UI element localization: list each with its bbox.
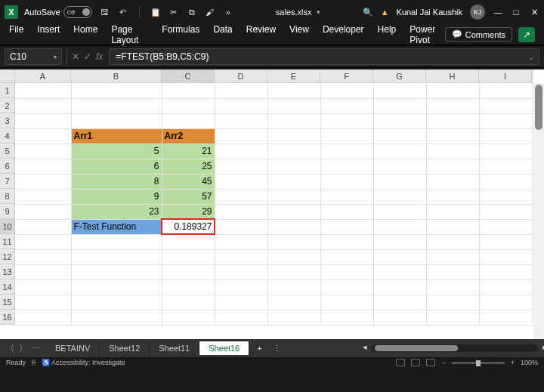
autosave-toggle[interactable]: Off [63,6,92,18]
username-label[interactable]: Kunal Jai Kaushik [397,8,462,17]
cell-C6: 25 [162,159,215,174]
maximize-button[interactable]: □ [511,7,521,17]
sheet-nav-more-icon[interactable]: ⋯ [32,344,40,353]
sheet-nav-next-icon[interactable]: 〉 [19,343,27,354]
tab-view[interactable]: View [289,24,309,45]
comment-icon: 💬 [452,29,462,39]
col-header-G[interactable]: G [373,69,426,82]
row-header[interactable]: 14 [0,279,14,295]
row-header[interactable]: 6 [0,159,14,174]
hscroll-left-icon[interactable]: ◂ [363,342,367,352]
sheet-tab[interactable]: BETAINV [46,341,100,355]
enter-formula-icon[interactable]: ✓ [84,51,91,62]
tab-data[interactable]: Data [213,24,232,45]
sheet-tab[interactable]: Sheet12 [100,341,150,355]
row-header[interactable]: 3 [0,113,14,128]
expand-formula-icon[interactable]: ⌄ [528,53,534,61]
tab-insert[interactable]: Insert [37,24,60,45]
sheet-tabs-divider: ⋮ [270,344,284,353]
status-sep: ⎘ [32,359,36,366]
fx-icon[interactable]: fx [96,51,103,62]
minimize-button[interactable]: — [493,7,503,17]
sheet-nav-prev-icon[interactable]: 〈 [6,343,14,354]
view-normal-icon[interactable] [396,359,405,366]
select-all-corner[interactable] [0,69,15,83]
add-sheet-button[interactable]: + [249,344,269,353]
zoom-in-button[interactable]: + [511,359,515,366]
col-header-I[interactable]: I [479,69,532,82]
search-icon[interactable]: 🔍 [363,8,373,17]
spreadsheet-grid: A B C D E F G H I 1 2 3 4 5 6 7 8 9 10 1… [0,69,544,368]
row-header[interactable]: 1 [0,83,14,98]
row-header[interactable]: 13 [0,264,14,279]
row-header[interactable]: 7 [0,174,14,189]
brush-icon[interactable]: 🖌 [205,7,215,17]
undo-icon[interactable]: ↶ [118,7,128,17]
title-right: 🔍 ▲ Kunal Jai Kaushik KJ — □ ✕ [363,5,539,20]
row-header[interactable]: 2 [0,98,14,113]
avatar[interactable]: KJ [470,5,485,20]
col-header-A[interactable]: A [15,69,71,82]
cell-C10-selected: 0.189327 [162,219,215,234]
row-header[interactable]: 10 [0,219,14,234]
ribbon-tabs: File Insert Home Page Layout Formulas Da… [0,24,544,45]
tab-file[interactable]: File [9,24,23,45]
hscroll-thumb[interactable] [375,345,458,351]
zoom-out-button[interactable]: − [441,359,445,366]
vertical-scrollbar[interactable] [533,83,544,339]
save-icon[interactable]: 🖫 [100,7,110,17]
filename-dropdown-icon[interactable]: ▾ [317,8,320,16]
warning-icon[interactable]: ▲ [381,8,389,17]
cell-B4: Arr1 [71,128,162,144]
tab-power-pivot[interactable]: Power Pivot [410,24,445,45]
filename-label[interactable]: sales.xlsx [276,8,312,17]
col-header-D[interactable]: D [215,69,267,82]
tab-review[interactable]: Review [246,24,276,45]
cell-C4: Arr2 [162,128,215,144]
share-icon: ↗ [523,29,530,40]
col-header-B[interactable]: B [71,69,162,82]
sheet-tab-active[interactable]: Sheet16 [199,341,249,355]
comments-button[interactable]: 💬 Comments [445,27,512,42]
row-header[interactable]: 16 [0,310,14,325]
more-qat-icon[interactable]: » [223,7,233,17]
tab-developer[interactable]: Developer [323,24,364,45]
tab-page-layout[interactable]: Page Layout [111,24,148,45]
row-header[interactable]: 11 [0,234,14,249]
row-header[interactable]: 12 [0,249,14,264]
view-pagebreak-icon[interactable] [426,359,435,366]
tab-formulas[interactable]: Formulas [162,24,199,45]
cell-C5: 21 [162,144,215,159]
cell-B5: 5 [71,144,162,159]
cells-area[interactable]: Arr1Arr2 521 625 845 957 2329 F-Test Fun… [15,83,533,339]
zoom-slider[interactable] [452,362,505,364]
cut-icon[interactable]: ✂ [168,7,179,17]
cell-C7: 45 [162,174,215,189]
copy-icon[interactable]: ⧉ [187,7,197,17]
formula-bar: C10▾ ✕ ✓ fx =FTEST(B5:B9,C5:C9) ⌄ [0,45,544,68]
row-header[interactable]: 15 [0,295,14,310]
view-pagelayout-icon[interactable] [411,359,420,366]
cancel-formula-icon[interactable]: ✕ [72,51,79,62]
name-box[interactable]: C10▾ [5,48,62,65]
row-header[interactable]: 9 [0,204,14,219]
formula-input[interactable]: =FTEST(B5:B9,C5:C9) ⌄ [109,48,539,65]
share-button[interactable]: ↗ [518,27,535,42]
col-header-F[interactable]: F [320,69,373,82]
row-header[interactable]: 4 [0,128,14,144]
zoom-level[interactable]: 100% [521,359,538,366]
scrollbar-thumb[interactable] [535,85,542,130]
col-header-H[interactable]: H [426,69,479,82]
tab-home[interactable]: Home [73,24,97,45]
row-header[interactable]: 5 [0,144,14,159]
accessibility-status[interactable]: ♿ Accessibility: Investigate [42,359,125,366]
col-header-E[interactable]: E [267,69,320,82]
paste-icon[interactable]: 📋 [150,7,161,17]
horizontal-scrollbar[interactable]: ◂ ▸ [372,344,538,352]
sheet-tab[interactable]: Sheet11 [150,341,199,355]
row-header[interactable]: 8 [0,189,14,204]
status-bar: Ready ⎘ ♿ Accessibility: Investigate − +… [0,357,544,368]
close-button[interactable]: ✕ [529,7,539,17]
col-header-C[interactable]: C [162,69,215,82]
tab-help[interactable]: Help [378,24,397,45]
